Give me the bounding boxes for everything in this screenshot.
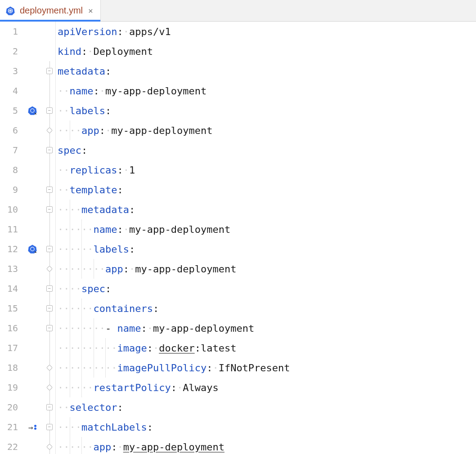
fold-toggle-icon[interactable]: − [46,147,53,153]
fold-row [43,41,55,61]
fold-end-icon[interactable] [46,444,52,450]
fold-toggle-icon[interactable]: − [46,206,53,213]
gutter-icons: → [22,423,43,432]
line-number: 16 [0,323,22,334]
code-line[interactable]: ····matchLabels: [58,417,476,437]
gutter-row: 2 [0,41,43,61]
fold-row [43,338,55,358]
fold-column: −−−−−−−−−−− [43,22,56,454]
fold-toggle-icon[interactable]: − [46,68,53,74]
gutter-row: 16 [0,318,43,338]
code-text: ······name:·my-app-deployment [58,224,230,235]
fold-end-icon[interactable] [46,365,52,371]
code-line[interactable]: ··selector: [58,397,476,417]
gutter-row: 13 [0,259,43,279]
kubernetes-gutter-icon[interactable] [27,244,37,254]
fold-row [43,437,55,454]
code-line[interactable]: ······restartPolicy:·Always [58,378,476,397]
line-number: 7 [0,145,22,156]
fold-row [43,358,55,378]
code-line[interactable]: ······labels: [58,239,476,259]
code-editor[interactable]: 123456789101112131415161718192021→22 −−−… [0,22,476,454]
fold-toggle-icon[interactable]: − [46,107,53,114]
code-line[interactable]: metadata: [58,61,476,81]
line-number: 6 [0,125,22,136]
line-number: 2 [0,46,22,57]
line-number: 9 [0,184,22,195]
code-text: ··selector: [58,402,123,413]
fold-end-icon[interactable] [46,266,52,272]
code-line[interactable]: ······app:·my-app-deployment [58,437,476,454]
fold-end-icon[interactable] [46,127,52,134]
fold-row: − [43,200,55,219]
fold-toggle-icon[interactable]: − [46,424,53,430]
fold-toggle-icon[interactable]: − [46,285,53,292]
fold-end-icon[interactable] [46,384,52,391]
fold-row: − [43,397,55,417]
code-line[interactable]: ····app:·my-app-deployment [58,120,476,140]
gutter-row: 9 [0,180,43,200]
gutter-row: 8 [0,160,43,180]
code-line[interactable]: ····spec: [58,279,476,298]
fold-toggle-icon[interactable]: − [46,305,53,312]
fold-row: − [43,417,55,437]
code-line[interactable]: ··replicas:·1 [58,160,476,180]
fold-row [43,219,55,239]
code-line[interactable]: spec: [58,140,476,160]
breakpoint-icon[interactable]: → [28,423,36,432]
tab-bar: deployment.yml × [0,0,476,22]
fold-toggle-icon[interactable]: − [46,187,53,193]
code-text: ········app:·my-app-deployment [58,263,236,275]
code-area[interactable]: apiVersion:·apps/v1kind:·Deploymentmetad… [56,22,476,454]
code-text: ····matchLabels: [58,422,153,433]
kubernetes-gutter-icon[interactable] [27,106,37,116]
fold-row [43,160,55,180]
code-line[interactable]: ··name:·my-app-deployment [58,81,476,101]
code-line[interactable]: ····metadata: [58,200,476,219]
fold-row: − [43,318,55,338]
gutter-row: 5 [0,101,43,120]
fold-toggle-icon[interactable]: − [46,404,53,410]
fold-row: − [43,298,55,318]
fold-row: − [43,279,55,298]
line-number: 1 [0,26,22,37]
line-number: 17 [0,343,22,353]
gutter-row: 15 [0,298,43,318]
fold-row [43,81,55,101]
code-line[interactable]: ········- name:·my-app-deployment [58,318,476,338]
gutter-row: 10 [0,200,43,219]
code-line[interactable]: ······name:·my-app-deployment [58,219,476,239]
fold-toggle-icon[interactable]: − [46,325,53,331]
code-text: ····app:·my-app-deployment [58,125,212,136]
code-text: ··········imagePullPolicy:·IfNotPresent [58,362,290,374]
line-number: 18 [0,362,22,373]
gutter-row: 18 [0,358,43,378]
line-number: 13 [0,263,22,274]
fold-toggle-icon[interactable]: − [46,246,53,252]
fold-row: − [43,61,55,81]
line-number: 3 [0,66,22,76]
code-text: ········- name:·my-app-deployment [58,323,254,334]
code-text: ··········image:·docker:latest [58,343,236,354]
code-line[interactable]: ··········image:·docker:latest [58,338,476,358]
code-line[interactable]: ········app:·my-app-deployment [58,259,476,279]
code-line[interactable]: kind:·Deployment [58,41,476,61]
line-number: 11 [0,224,22,235]
kubernetes-icon [5,6,15,16]
code-text: metadata: [58,66,111,77]
gutter-row: 11 [0,219,43,239]
gutter-row: 1 [0,22,43,41]
code-line[interactable]: ······containers: [58,298,476,318]
editor-tab[interactable]: deployment.yml × [0,0,101,21]
code-line[interactable]: ··template: [58,180,476,200]
close-icon[interactable]: × [87,6,94,15]
code-line[interactable]: ··········imagePullPolicy:·IfNotPresent [58,358,476,378]
code-text: ··template: [58,184,123,196]
code-text: ··name:·my-app-deployment [58,85,207,97]
tab-filename: deployment.yml [20,5,83,16]
code-text: spec: [58,145,87,156]
gutter-row: 4 [0,81,43,101]
code-line[interactable]: ··labels: [58,101,476,120]
code-text: kind:·Deployment [58,46,153,57]
code-line[interactable]: apiVersion:·apps/v1 [58,22,476,41]
